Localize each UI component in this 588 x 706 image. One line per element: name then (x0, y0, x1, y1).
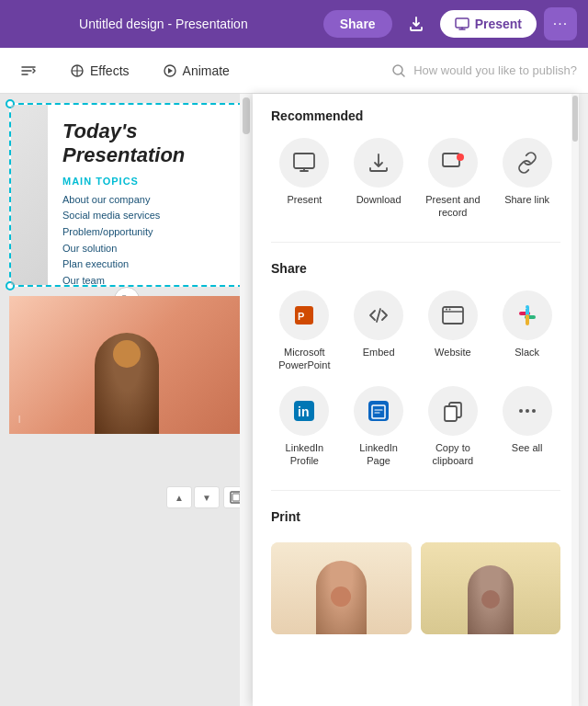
panel-item-download[interactable]: Download (345, 134, 413, 223)
present-svg-icon (292, 151, 316, 175)
share-section: Share P Microsoft PowerPoint (253, 246, 579, 486)
download-icon (407, 15, 425, 33)
svg-point-22 (532, 409, 536, 413)
toolbar: Effects Animate How would you like to pu… (0, 48, 588, 94)
effects-button[interactable]: Effects (61, 58, 139, 84)
svg-point-12 (446, 308, 447, 310)
download-icon-button[interactable] (400, 7, 433, 40)
website-icon (428, 290, 478, 340)
panel-item-website[interactable]: Website (420, 287, 487, 376)
download-svg-icon (367, 151, 390, 175)
slack-svg-icon (515, 303, 539, 327)
linkedin-page-label: LinkedIn Page (349, 441, 409, 468)
svg-rect-6 (294, 154, 314, 168)
linkedin-page-icon (354, 386, 403, 436)
panel-item-present-record[interactable]: Present and record (420, 134, 487, 223)
svg-rect-5 (232, 494, 240, 501)
embed-icon (354, 290, 403, 340)
download-option-icon (354, 138, 403, 188)
main-area: Today's Presentation MAIN TOPICS About o… (0, 94, 588, 706)
animate-button[interactable]: Animate (153, 58, 239, 84)
share-link-icon (503, 138, 552, 188)
recommended-grid: Present Download (271, 134, 560, 223)
canvas-area: Today's Presentation MAIN TOPICS About o… (0, 94, 253, 706)
svg-rect-7 (443, 154, 459, 166)
list-item: Plan execution (62, 256, 227, 273)
linkedin-profile-icon: in (279, 386, 329, 436)
recommended-section: Recommended Present (253, 94, 579, 238)
scrollbar-thumb[interactable] (243, 97, 250, 134)
present-button[interactable]: Present (440, 10, 537, 38)
print-item-2[interactable] (421, 542, 561, 634)
present-option-icon (279, 138, 329, 188)
download-option-label: Download (356, 193, 401, 206)
print-grid (253, 542, 579, 649)
animate-icon (163, 63, 177, 78)
website-label: Website (435, 346, 471, 359)
panel-scrollbar-thumb[interactable] (572, 96, 578, 142)
print-item-1[interactable] (271, 542, 412, 634)
present-record-icon (428, 138, 478, 188)
embed-svg-icon (367, 303, 390, 327)
scrollbar-track[interactable] (240, 94, 253, 706)
see-all-svg-icon (515, 399, 539, 423)
panel-item-see-all[interactable]: See all (493, 382, 560, 472)
svg-point-21 (526, 409, 529, 413)
slide-2[interactable]: l (9, 296, 243, 434)
slide-subtitle: MAIN TOPICS (62, 176, 227, 187)
panel-item-powerpoint[interactable]: P Microsoft PowerPoint (271, 287, 338, 376)
divider-1 (271, 242, 560, 243)
panel-item-present[interactable]: Present (271, 134, 338, 223)
sort-button[interactable] (11, 57, 46, 85)
topbar-title: Untitled design - Presentation (11, 17, 316, 31)
embed-label: Embed (363, 346, 395, 359)
slack-label: Slack (514, 346, 539, 359)
share-grid-row2: in LinkedIn Profile LinkedIn Page (271, 382, 560, 472)
svg-point-8 (457, 154, 464, 161)
panel-item-embed[interactable]: Embed (345, 287, 413, 376)
slide-1[interactable]: Today's Presentation MAIN TOPICS About o… (9, 103, 243, 287)
nav-up-button[interactable]: ▲ (166, 486, 192, 508)
copy-svg-icon (441, 399, 465, 423)
panel-item-slack[interactable]: Slack (493, 287, 560, 376)
search-container: How would you like to publish? (391, 63, 577, 78)
powerpoint-icon: P (279, 290, 329, 340)
slide-title: Today's Presentation (62, 120, 227, 168)
recommended-title: Recommended (271, 108, 560, 123)
website-svg-icon (441, 303, 465, 327)
share-button[interactable]: Share (323, 10, 392, 38)
linkedin-page-svg-icon (366, 398, 391, 424)
svg-text:P: P (298, 311, 304, 322)
more-button[interactable]: ··· (544, 7, 577, 40)
nav-down-button[interactable]: ▼ (194, 486, 220, 508)
list-item: Problem/opportunity (62, 224, 227, 241)
panel-item-linkedin-page[interactable]: LinkedIn Page (345, 382, 413, 472)
publish-panel: Recommended Present (253, 94, 579, 706)
sort-icon (20, 63, 37, 79)
share-title: Share (271, 261, 560, 276)
search-icon (391, 63, 406, 78)
powerpoint-svg-icon: P (291, 302, 317, 328)
svg-point-13 (448, 308, 450, 310)
panel-item-share-link[interactable]: Share link (493, 134, 560, 223)
topbar: Untitled design - Presentation Share Pre… (0, 0, 588, 48)
linkedin-profile-label: LinkedIn Profile (275, 441, 334, 468)
present-record-svg-icon (441, 151, 465, 175)
list-item: Our solution (62, 241, 227, 257)
nav-controls: ▲ ▼ (166, 486, 220, 508)
print-title: Print (271, 509, 560, 524)
svg-rect-0 (456, 18, 469, 28)
slide-list: About our company Social media services … (62, 192, 227, 290)
present-icon (455, 17, 469, 31)
panel-item-copy[interactable]: Copy to clipboard (420, 382, 487, 472)
share-link-svg-icon (515, 151, 539, 175)
share-grid-row1: P Microsoft PowerPoint Embed (271, 287, 560, 376)
present-option-label: Present (287, 193, 322, 206)
linkedin-profile-svg-icon: in (291, 398, 317, 424)
slack-icon (503, 290, 552, 340)
panel-scrollbar-track[interactable] (571, 94, 579, 706)
copy-label: Copy to clipboard (424, 441, 483, 468)
see-all-icon (503, 386, 552, 436)
panel-item-linkedin-profile[interactable]: in LinkedIn Profile (271, 382, 338, 472)
svg-point-20 (519, 409, 523, 413)
